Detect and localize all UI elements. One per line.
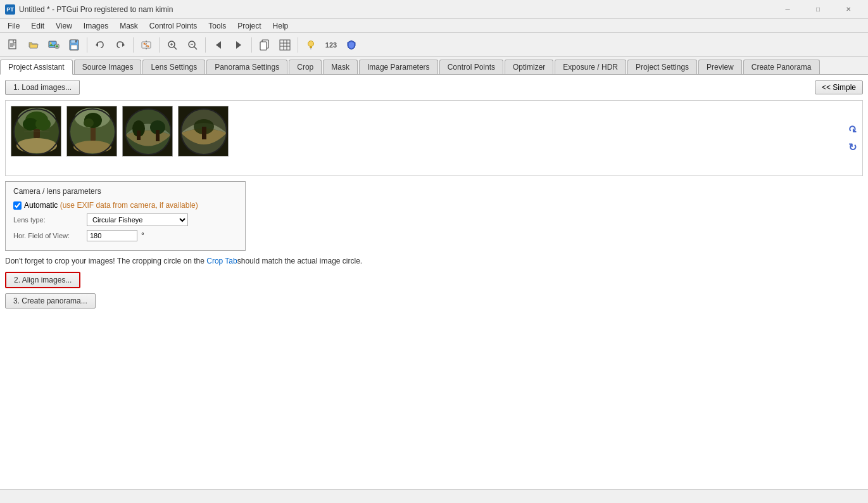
- notice-before: Don't forget to crop your images! The cr…: [5, 257, 206, 265]
- create-panorama-button[interactable]: 3. Create panorama...: [5, 293, 96, 309]
- svg-rect-11: [71, 45, 77, 49]
- load-images-row: 1. Load images... << Simple: [5, 80, 863, 95]
- notice-after: should match the actual image circle.: [237, 257, 362, 265]
- tab-project-assistant[interactable]: Project Assistant: [0, 60, 73, 75]
- tab-source-images[interactable]: Source Images: [74, 60, 142, 74]
- svg-marker-27: [216, 41, 221, 49]
- tab-control-points[interactable]: Control Points: [439, 60, 503, 74]
- tab-create-panorama[interactable]: Create Panorama: [743, 60, 820, 74]
- undo-button[interactable]: [91, 36, 110, 54]
- svg-rect-0: [9, 40, 16, 49]
- menu-mask[interactable]: Mask: [115, 20, 143, 32]
- image-thumb-3[interactable]: [122, 106, 173, 156]
- menu-view[interactable]: View: [51, 20, 77, 32]
- maximize-button[interactable]: □: [803, 0, 833, 19]
- menu-file[interactable]: File: [3, 20, 25, 32]
- lens-type-select[interactable]: Circular Fisheye Full Frame Fisheye Rect…: [87, 213, 188, 226]
- toolbar-separator-4: [205, 37, 206, 53]
- new-button[interactable]: [4, 36, 23, 54]
- shield-button[interactable]: [342, 36, 361, 54]
- scroll-down-arrow[interactable]: ↻: [846, 141, 859, 153]
- zoom-out-button[interactable]: [183, 36, 202, 54]
- automatic-checkbox[interactable]: [13, 201, 22, 210]
- load-images-button[interactable]: 1. Load images...: [5, 80, 80, 95]
- tab-crop[interactable]: Crop: [289, 60, 322, 74]
- svg-rect-31: [280, 40, 290, 50]
- svg-marker-28: [236, 41, 241, 49]
- image-thumb-2[interactable]: [66, 106, 117, 156]
- align-images-button[interactable]: 2. Align images...: [5, 272, 80, 288]
- next-button[interactable]: [229, 36, 248, 54]
- svg-rect-59: [137, 131, 141, 140]
- close-button[interactable]: ✕: [834, 0, 863, 19]
- svg-point-53: [84, 118, 94, 127]
- crop-tab-link[interactable]: Crop Tab: [206, 257, 237, 265]
- tab-preview[interactable]: Preview: [698, 60, 742, 74]
- minimize-button[interactable]: ─: [773, 0, 802, 19]
- image-thumb-1[interactable]: [11, 106, 61, 156]
- content-area: 1. Load images... << Simple: [0, 75, 868, 489]
- menu-control-points[interactable]: Control Points: [144, 20, 202, 32]
- svg-line-21: [174, 46, 177, 49]
- scroll-up-arrow[interactable]: ↻: [846, 123, 859, 136]
- align-button[interactable]: [137, 36, 156, 54]
- fov-label: Hor. Field of View:: [13, 232, 83, 239]
- toolbar-separator-3: [159, 37, 160, 53]
- image-thumb-4[interactable]: [178, 106, 229, 156]
- toolbar-separator-5: [251, 37, 252, 53]
- params-title: Camera / lens parameters: [13, 187, 237, 196]
- save-button[interactable]: [65, 36, 84, 54]
- simple-button[interactable]: << Simple: [815, 80, 863, 94]
- toolbar-separator-2: [133, 37, 134, 53]
- tab-panorama-settings[interactable]: Panorama Settings: [206, 60, 287, 74]
- tab-bar: Project Assistant Source Images Lens Set…: [0, 57, 868, 75]
- svg-point-46: [16, 138, 57, 153]
- images-button[interactable]: [44, 36, 63, 54]
- number-button[interactable]: 123: [322, 36, 341, 54]
- window-controls: ─ □ ✕: [773, 0, 863, 19]
- svg-rect-37: [310, 46, 312, 48]
- title-bar: PT Untitled * - PTGui Pro registered to …: [0, 0, 868, 19]
- svg-line-25: [194, 46, 198, 49]
- menu-images[interactable]: Images: [79, 20, 113, 32]
- menu-help[interactable]: Help: [268, 20, 294, 32]
- tab-optimizer[interactable]: Optimizer: [505, 60, 553, 74]
- svg-rect-30: [260, 42, 267, 50]
- menu-project[interactable]: Project: [232, 20, 266, 32]
- lens-type-label: Lens type:: [13, 216, 83, 224]
- menu-edit[interactable]: Edit: [26, 20, 49, 32]
- svg-point-5: [50, 42, 52, 44]
- zoom-in-button[interactable]: [163, 36, 182, 54]
- status-bar: [0, 489, 868, 503]
- title-text: Untitled * - PTGui Pro registered to nam…: [19, 5, 173, 14]
- svg-rect-10: [71, 40, 76, 43]
- automatic-row: Automatic (use EXIF data from camera, if…: [13, 201, 237, 210]
- tab-image-parameters[interactable]: Image Parameters: [359, 60, 438, 74]
- toolbar-separator-1: [87, 37, 87, 53]
- menu-tools[interactable]: Tools: [203, 20, 231, 32]
- toolbar: 123: [0, 33, 868, 57]
- lightbulb-button[interactable]: [301, 36, 320, 54]
- svg-point-54: [73, 141, 111, 153]
- scroll-arrows: ↻ ↻: [846, 123, 859, 153]
- app-icon: PT: [5, 4, 15, 15]
- tab-lens-settings[interactable]: Lens Settings: [142, 60, 205, 74]
- redo-button[interactable]: [111, 36, 130, 54]
- svg-point-36: [308, 41, 314, 46]
- svg-point-45: [35, 118, 51, 131]
- fov-input[interactable]: [87, 230, 137, 241]
- fov-row: Hor. Field of View: °: [13, 230, 237, 241]
- tab-mask[interactable]: Mask: [323, 60, 358, 74]
- copy-button[interactable]: [255, 36, 274, 54]
- svg-rect-12: [75, 40, 77, 42]
- tab-exposure-hdr[interactable]: Exposure / HDR: [555, 60, 626, 74]
- table-button[interactable]: [275, 36, 294, 54]
- tab-project-settings[interactable]: Project Settings: [627, 60, 697, 74]
- open-button[interactable]: [24, 36, 43, 54]
- svg-rect-66: [202, 127, 206, 139]
- fov-unit: °: [141, 231, 144, 240]
- notice-text: Don't forget to crop your images! The cr…: [5, 256, 863, 267]
- menu-bar: File Edit View Images Mask Control Point…: [0, 19, 868, 33]
- prev-button[interactable]: [209, 36, 228, 54]
- main-content: 1. Load images... << Simple: [0, 75, 868, 489]
